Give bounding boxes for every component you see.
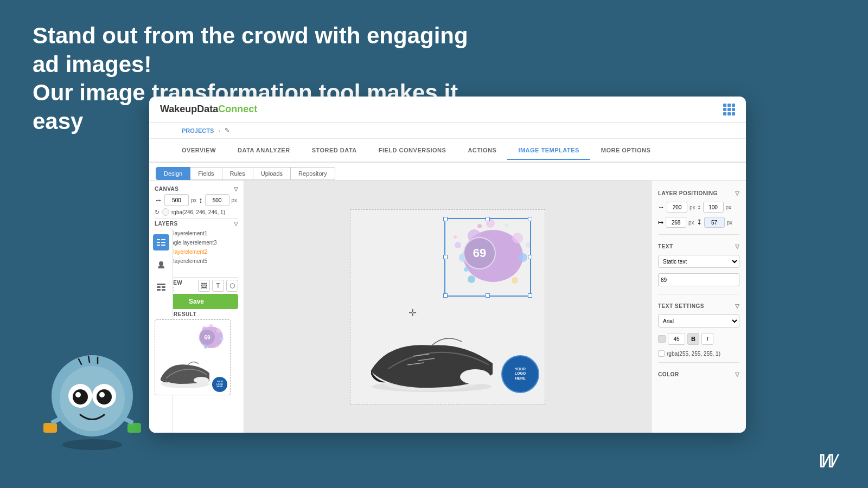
- canvas-arrow-h-icon: ↔: [155, 196, 162, 204]
- text-color-swatch[interactable]: [658, 350, 665, 357]
- brand-connect: Connect: [218, 104, 257, 114]
- svg-point-37: [194, 377, 209, 383]
- text-label: TEXT: [658, 243, 673, 249]
- layer-positioning-header: LAYER POSITIONING ▽: [658, 190, 739, 196]
- font-select-row: Arial: [658, 314, 739, 328]
- titlebar-logo: WakeupDataConnect: [160, 104, 257, 115]
- svg-point-0: [62, 439, 122, 450]
- svg-point-48: [477, 224, 482, 228]
- tab-repository[interactable]: Repository: [291, 167, 335, 180]
- design-content: CANVAS ▽ ↔ px ↕ px ↻ rgba(246, 24: [149, 181, 746, 433]
- nav-tab-stored-data[interactable]: STORED DATA: [301, 142, 368, 160]
- pos-x-unit: px: [690, 204, 695, 210]
- svg-point-51: [454, 235, 457, 239]
- svg-line-14: [52, 418, 62, 423]
- svg-point-47: [526, 242, 531, 248]
- svg-point-7: [75, 392, 81, 397]
- text-value-input[interactable]: [658, 273, 739, 286]
- svg-point-30: [216, 329, 221, 333]
- canvas-size-inputs: ↔ px ↕ px: [155, 194, 238, 206]
- svg-point-53: [460, 369, 490, 384]
- tab-fields[interactable]: Fields: [190, 167, 222, 180]
- position-xy-row: ↔ px ↕ px: [658, 202, 739, 213]
- canvas-label: CANVAS: [155, 186, 178, 192]
- text-filter-icon[interactable]: ▽: [735, 243, 740, 249]
- canvas-color-value: rgba(246, 246, 246, 1): [171, 209, 225, 215]
- canvas-height-input[interactable]: [205, 194, 229, 206]
- hero-line1: Stand out from the crowd with engaging a…: [33, 22, 494, 79]
- design-tabs-bar: Design Fields Rules Uploads Repository: [149, 163, 746, 181]
- canvas-color-swatch[interactable]: [162, 208, 169, 216]
- text-type-select[interactable]: Static text: [658, 255, 739, 268]
- apps-grid-icon[interactable]: [723, 104, 735, 115]
- tab-rules[interactable]: Rules: [222, 167, 253, 180]
- pos-h-unit: px: [727, 220, 733, 226]
- text-color-value: rgba(255, 255, 255, 1): [667, 351, 720, 357]
- sidebar-icon-user[interactable]: [153, 257, 169, 273]
- svg-rect-21: [161, 245, 165, 246]
- sidebar-icon-table[interactable]: [153, 280, 169, 296]
- svg-rect-18: [157, 242, 160, 243]
- position-wh-row: ↦ px ↧ px: [658, 217, 739, 228]
- tab-design[interactable]: Design: [156, 167, 190, 180]
- italic-button[interactable]: I: [701, 333, 713, 345]
- nav-tab-actions[interactable]: ACTIONS: [457, 142, 507, 160]
- preview-logo: YOURLOGOHERE: [212, 377, 227, 392]
- final-result-preview: 69 YOURLOGOHERE: [155, 319, 231, 395]
- text-settings-filter-icon[interactable]: ▽: [735, 303, 740, 309]
- color-filter-icon[interactable]: ▽: [735, 371, 740, 377]
- pos-h-input[interactable]: [704, 217, 725, 228]
- font-select[interactable]: Arial: [658, 314, 739, 328]
- svg-rect-19: [161, 242, 165, 243]
- layers-label: LAYERS: [155, 221, 178, 227]
- svg-rect-13: [127, 423, 141, 433]
- nav-tab-more-options[interactable]: MORE OPTIONS: [590, 142, 662, 160]
- svg-point-44: [468, 275, 475, 283]
- nav-tab-data-analyzer[interactable]: DATA ANALYZER: [227, 142, 301, 160]
- text-color-row: rgba(255, 255, 255, 1): [658, 350, 739, 357]
- svg-point-45: [512, 277, 518, 284]
- canvas-width-input[interactable]: [164, 194, 189, 206]
- add-text-layer-btn[interactable]: T: [212, 280, 224, 292]
- svg-point-6: [97, 389, 112, 404]
- canvas-filter-icon[interactable]: ▽: [234, 186, 239, 192]
- add-image-layer-btn[interactable]: 🖼: [198, 280, 210, 292]
- pos-x-input[interactable]: [667, 202, 687, 213]
- pos-arrow-h-icon: ↔: [658, 203, 665, 211]
- nav-tab-field-conversions[interactable]: FIELD CONVERSIONS: [368, 142, 457, 160]
- bold-button[interactable]: B: [687, 333, 699, 345]
- add-shape-layer-btn[interactable]: ⬡: [226, 280, 238, 292]
- svg-rect-24: [157, 286, 161, 288]
- canvas-preview: 69: [350, 209, 545, 404]
- rotate-icon: ↻: [155, 209, 159, 216]
- brand-wakeupdata: WakeupData: [160, 104, 218, 114]
- wakeup-logo-bottom: 𝕎: [816, 451, 835, 472]
- text-settings-label: TEXT SETTINGS: [658, 303, 704, 309]
- svg-point-46: [455, 242, 461, 248]
- design-tabs: Design Fields Rules Uploads Repository: [156, 167, 739, 180]
- canvas-px-label1: px: [191, 197, 197, 203]
- edit-icon[interactable]: ✎: [225, 127, 229, 134]
- tab-uploads[interactable]: Uploads: [253, 167, 291, 180]
- canvas-px-label2: px: [232, 197, 238, 203]
- svg-rect-25: [162, 286, 165, 288]
- nav-tab-image-templates[interactable]: IMAGE TEMPLATES: [507, 142, 590, 160]
- canvas-logo-circle: YOURLOGOHERE: [501, 355, 539, 393]
- canvas-area: 69: [244, 181, 651, 433]
- font-color-swatch[interactable]: [658, 335, 666, 343]
- right-panel: LAYER POSITIONING ▽ ↔ px ↕ px ↦ p: [651, 181, 746, 433]
- font-size-input[interactable]: [668, 333, 685, 345]
- layers-filter-icon[interactable]: ▽: [234, 221, 239, 227]
- preview-badge: 69: [200, 330, 215, 345]
- svg-rect-12: [43, 423, 57, 433]
- layer-positioning-filter-icon[interactable]: ▽: [735, 190, 740, 196]
- nav-tab-overview[interactable]: OVERVIEW: [171, 142, 227, 160]
- mascot: [33, 336, 152, 455]
- svg-point-5: [73, 389, 88, 404]
- pos-y-input[interactable]: [703, 202, 724, 213]
- pos-w-input[interactable]: [666, 217, 686, 228]
- breadcrumb-projects[interactable]: PROJECTS: [182, 127, 214, 134]
- sidebar-icon-list[interactable]: [153, 234, 169, 251]
- text-section-header: TEXT ▽: [658, 243, 739, 249]
- svg-rect-26: [157, 289, 161, 291]
